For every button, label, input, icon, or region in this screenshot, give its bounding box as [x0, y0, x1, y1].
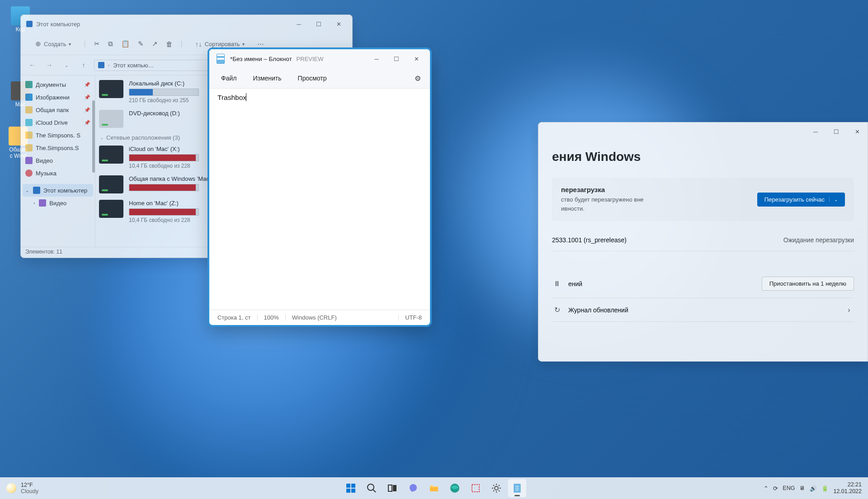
close-button[interactable]: ✕	[406, 52, 426, 66]
chevron-down-icon[interactable]: ⌄	[829, 197, 838, 202]
close-button[interactable]: ✕	[329, 17, 349, 31]
pc-icon	[33, 187, 40, 194]
settings-window[interactable]: ─ ☐ ✕ ения Windows перезагрузка ство буд…	[538, 122, 868, 362]
task-view-button[interactable]	[383, 479, 401, 497]
weather-icon	[6, 483, 16, 493]
sidebar-item[interactable]: Музыка	[23, 167, 93, 179]
more-icon[interactable]: ⋯	[257, 40, 264, 48]
svg-line-17	[493, 485, 494, 486]
dvd-icon	[99, 110, 123, 128]
svg-rect-3	[351, 489, 355, 493]
pin-icon: 📌	[84, 82, 90, 88]
maximize-button[interactable]: ☐	[826, 122, 847, 141]
maximize-button[interactable]: ☐	[309, 17, 329, 31]
pause-button[interactable]: Приостановить на 1 неделю	[762, 277, 854, 291]
minimize-button[interactable]: ─	[805, 122, 826, 141]
share-icon[interactable]: ↗	[152, 40, 158, 48]
paste-icon[interactable]: 📋	[121, 40, 130, 48]
notepad-button[interactable]	[508, 479, 526, 497]
menu-file[interactable]: Файл	[214, 71, 244, 85]
pictures-icon	[25, 94, 33, 101]
menu-edit[interactable]: Изменить	[245, 71, 288, 85]
settings-button[interactable]: ⚙	[410, 71, 425, 86]
sidebar-item[interactable]: The.Simpsons.S	[23, 141, 93, 154]
sidebar-subitem[interactable]: ›Видео	[23, 197, 93, 209]
history-dropdown[interactable]: ⌄	[60, 63, 73, 68]
scrollbar-thumb[interactable]	[92, 100, 95, 173]
notepad-window[interactable]: *Без имени – Блокнот PREVIEW ─ ☐ ✕ Файл …	[209, 49, 430, 325]
clock[interactable]: 22:21 12.01.2022	[833, 481, 862, 495]
svg-rect-0	[346, 484, 350, 488]
copy-icon[interactable]: ⧉	[108, 40, 113, 48]
rename-icon[interactable]: ✎	[138, 40, 144, 48]
volume-icon[interactable]: 🔊	[810, 485, 817, 492]
music-icon	[25, 169, 33, 177]
restart-card: перезагрузка ство будет перезагружено вн…	[552, 178, 854, 221]
weather-widget[interactable]: 12°F Cloudy	[0, 482, 45, 494]
sidebar-item[interactable]: Видео	[23, 154, 93, 167]
svg-point-4	[368, 484, 374, 490]
sidebar-item[interactable]: The Simpsons. S	[23, 129, 93, 141]
sort-icon: ↑↓	[195, 40, 202, 48]
menu-view[interactable]: Просмотр	[291, 71, 334, 85]
gear-icon	[491, 483, 502, 494]
battery-icon[interactable]: 🔋	[821, 485, 829, 492]
restart-now-button[interactable]: Перезагрузить сейчас ⌄	[757, 193, 845, 207]
chat-button[interactable]	[404, 479, 422, 497]
pin-icon: 📌	[84, 107, 90, 113]
network-drive-icon	[99, 200, 123, 218]
svg-rect-6	[388, 485, 392, 491]
explorer-icon	[26, 21, 33, 27]
sync-icon[interactable]: ⟳	[773, 485, 778, 492]
start-button[interactable]	[342, 479, 360, 497]
sidebar-item[interactable]: Общая папк📌	[23, 104, 93, 116]
forward-button[interactable]: →	[42, 61, 56, 69]
text-area[interactable]: Trashbox	[209, 88, 430, 310]
settings-button[interactable]	[487, 479, 505, 497]
window-controls: ─ ☐ ✕	[289, 17, 349, 31]
edge-button[interactable]	[446, 479, 464, 497]
svg-line-5	[373, 490, 376, 492]
network-icon[interactable]: 🖥	[799, 485, 805, 491]
encoding: UTF-8	[398, 314, 428, 321]
titlebar[interactable]: *Без имени – Блокнот PREVIEW ─ ☐ ✕	[209, 49, 430, 68]
taskbar-apps	[342, 479, 526, 497]
folder-icon	[25, 144, 33, 151]
minimize-button[interactable]: ─	[367, 52, 387, 66]
search-button[interactable]	[363, 479, 381, 497]
history-icon: ↻	[552, 306, 562, 314]
language-indicator[interactable]: ENG	[783, 485, 795, 491]
preview-badge: PREVIEW	[297, 56, 324, 62]
chevron-right-icon: ›	[33, 201, 35, 206]
tray-chevron-icon[interactable]: ⌃	[764, 485, 769, 492]
svg-point-12	[495, 486, 498, 490]
zoom-level: 100%	[257, 314, 285, 321]
cut-icon[interactable]: ✂	[94, 40, 100, 48]
delete-icon[interactable]: 🗑	[166, 40, 173, 48]
text-caret	[246, 93, 246, 101]
close-button[interactable]: ✕	[847, 122, 868, 141]
up-button[interactable]: ↑	[77, 61, 90, 69]
update-item: 2533.1001 (rs_prerelease) Ожидание перез…	[552, 229, 854, 251]
back-button[interactable]: ←	[25, 61, 39, 69]
taskbar: 12°F Cloudy ⌃ ⟳ ENG 🖥 🔊 🔋 22:21 12.01.20…	[0, 477, 868, 499]
chevron-down-icon: ⌄	[25, 188, 29, 193]
svg-line-20	[499, 485, 500, 486]
minimize-button[interactable]: ─	[289, 17, 309, 31]
status-bar: Строка 1, ст 100% Windows (CRLF) UTF-8	[209, 310, 430, 325]
sidebar-item[interactable]: iCloud Drive📌	[23, 116, 93, 129]
create-button[interactable]: ⊕ Создать ▾	[31, 37, 75, 51]
sidebar-item-this-pc[interactable]: ⌄Этот компьютер	[23, 184, 93, 197]
folder-icon	[25, 132, 33, 139]
documents-icon	[25, 81, 33, 88]
snipping-tool-button[interactable]	[467, 479, 485, 497]
maximize-button[interactable]: ☐	[387, 52, 406, 66]
drive-icon	[99, 80, 123, 98]
windows-icon	[345, 483, 356, 494]
sidebar-item[interactable]: Изображени📌	[23, 91, 93, 104]
svg-line-18	[499, 490, 500, 491]
svg-rect-7	[393, 485, 396, 491]
update-history-row[interactable]: ↻Журнал обновлений ›	[552, 298, 854, 322]
explorer-button[interactable]	[425, 479, 443, 497]
sidebar-item[interactable]: Документы📌	[23, 78, 93, 91]
